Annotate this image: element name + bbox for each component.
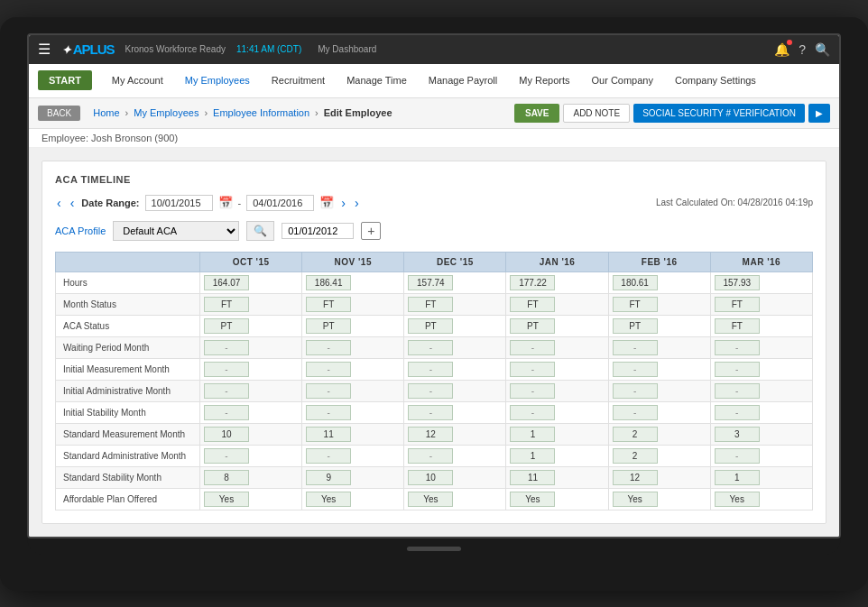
time-label: 11:41 AM (CDT) bbox=[236, 44, 301, 54]
hamburger-icon[interactable]: ☰ bbox=[38, 41, 51, 58]
date-to-input[interactable] bbox=[246, 195, 314, 211]
table-row: Waiting Period Month------ bbox=[56, 336, 813, 358]
breadcrumb-current: Edit Employee bbox=[324, 107, 392, 118]
cell-5-1: - bbox=[302, 380, 404, 401]
table-row: Month StatusFTFTFTFTFTFT bbox=[56, 293, 813, 315]
aca-profile-select[interactable]: Default ACA bbox=[113, 221, 239, 241]
cell-9-2: 10 bbox=[404, 466, 506, 488]
cell-2-0: PT bbox=[200, 315, 302, 336]
cell-1-5: FT bbox=[710, 293, 812, 315]
col-header-dec15: DEC '15 bbox=[404, 252, 506, 271]
next-small-arrow[interactable]: › bbox=[339, 194, 347, 212]
cell-0-4: 180.61 bbox=[608, 271, 710, 293]
cell-0-1: 186.41 bbox=[302, 271, 404, 293]
cell-1-0: FT bbox=[200, 293, 302, 315]
search-icon[interactable]: 🔍 bbox=[815, 42, 830, 57]
cell-5-0: - bbox=[200, 380, 302, 401]
notification-dot bbox=[787, 40, 792, 45]
more-button[interactable]: ▶ bbox=[808, 104, 830, 123]
cell-10-5: Yes bbox=[710, 488, 812, 510]
row-label-10: Affordable Plan Offered bbox=[56, 488, 200, 510]
table-row: Initial Stability Month------ bbox=[56, 401, 813, 423]
col-header-nov15: NOV '15 bbox=[302, 252, 404, 271]
nav-item-ourcompany[interactable]: Our Company bbox=[583, 63, 662, 97]
dashboard-link[interactable]: My Dashboard bbox=[318, 44, 376, 54]
nav-item-recruitment[interactable]: Recruitment bbox=[263, 63, 334, 97]
breadcrumb-sep3: › bbox=[315, 107, 319, 118]
add-note-button[interactable]: ADD NOTE bbox=[563, 104, 630, 123]
cell-6-4: - bbox=[608, 401, 710, 423]
help-icon[interactable]: ? bbox=[799, 42, 806, 57]
cell-6-3: - bbox=[506, 401, 608, 423]
nav-item-companysettings[interactable]: Company Settings bbox=[666, 63, 765, 97]
breadcrumb-sep2: › bbox=[204, 107, 208, 118]
cell-1-4: FT bbox=[608, 293, 710, 315]
section-title: ACA TIMELINE bbox=[55, 174, 813, 185]
table-row: Initial Measurement Month------ bbox=[56, 358, 813, 380]
start-button[interactable]: START bbox=[38, 70, 92, 90]
cell-10-3: Yes bbox=[506, 488, 608, 510]
nav-item-managepayroll[interactable]: Manage Payroll bbox=[420, 63, 506, 97]
breadcrumb-employees[interactable]: My Employees bbox=[134, 107, 199, 118]
cell-9-1: 9 bbox=[302, 466, 404, 488]
cell-1-2: FT bbox=[404, 293, 506, 315]
cell-10-0: Yes bbox=[200, 488, 302, 510]
row-label-0: Hours bbox=[56, 271, 200, 293]
cell-6-0: - bbox=[200, 401, 302, 423]
next-arrow[interactable]: › bbox=[353, 194, 361, 212]
cell-8-3: 1 bbox=[506, 445, 608, 466]
cell-7-5: 3 bbox=[710, 423, 812, 445]
table-row: Affordable Plan OfferedYesYesYesYesYesYe… bbox=[56, 488, 813, 510]
aca-profile-label[interactable]: ACA Profile bbox=[55, 225, 106, 236]
cell-9-0: 8 bbox=[200, 466, 302, 488]
cell-3-1: - bbox=[302, 336, 404, 358]
row-label-1: Month Status bbox=[56, 293, 200, 315]
nav-item-account[interactable]: My Account bbox=[103, 63, 172, 97]
table-row: ACA StatusPTPTPTPTPTFT bbox=[56, 315, 813, 336]
aca-search-button[interactable]: 🔍 bbox=[246, 221, 274, 241]
save-button[interactable]: SAVE bbox=[514, 104, 560, 123]
cell-1-3: FT bbox=[506, 293, 608, 315]
cell-7-2: 12 bbox=[404, 423, 506, 445]
cell-7-0: 10 bbox=[200, 423, 302, 445]
cell-6-5: - bbox=[710, 401, 812, 423]
back-button[interactable]: BACK bbox=[38, 106, 80, 121]
cell-8-5: - bbox=[710, 445, 812, 466]
prev-small-arrow[interactable]: ‹ bbox=[69, 194, 77, 212]
calendar-from-icon[interactable]: 📅 bbox=[218, 196, 233, 209]
cell-4-3: - bbox=[506, 358, 608, 380]
cell-3-0: - bbox=[200, 336, 302, 358]
cell-8-2: - bbox=[404, 445, 506, 466]
cell-6-1: - bbox=[302, 401, 404, 423]
ssn-verification-button[interactable]: SOCIAL SECURITY # VERIFICATION bbox=[633, 104, 805, 123]
col-header-jan16: JAN '16 bbox=[506, 252, 608, 271]
aca-date-input[interactable] bbox=[282, 223, 354, 239]
cell-4-4: - bbox=[608, 358, 710, 380]
cell-0-3: 177.22 bbox=[506, 271, 608, 293]
date-range-label: Date Range: bbox=[81, 198, 139, 208]
row-label-7: Standard Measurement Month bbox=[56, 423, 200, 445]
subtitle-label: Kronos Workforce Ready bbox=[125, 44, 226, 54]
cell-2-4: PT bbox=[608, 315, 710, 336]
calendar-to-icon[interactable]: 📅 bbox=[319, 196, 334, 209]
row-label-2: ACA Status bbox=[56, 315, 200, 336]
cell-3-2: - bbox=[404, 336, 506, 358]
date-from-input[interactable] bbox=[145, 195, 213, 211]
cell-8-1: - bbox=[302, 445, 404, 466]
nav-item-employees[interactable]: My Employees bbox=[176, 63, 259, 97]
cell-2-3: PT bbox=[506, 315, 608, 336]
cell-4-1: - bbox=[302, 358, 404, 380]
cell-1-1: FT bbox=[302, 293, 404, 315]
cell-10-4: Yes bbox=[608, 488, 710, 510]
cell-10-1: Yes bbox=[302, 488, 404, 510]
cell-2-5: FT bbox=[710, 315, 812, 336]
add-aca-button[interactable]: + bbox=[361, 222, 381, 240]
last-calculated-label: Last Calculated On: 04/28/2016 04:19p bbox=[656, 198, 813, 207]
nav-item-managetime[interactable]: Manage Time bbox=[337, 63, 416, 97]
cell-2-2: PT bbox=[404, 315, 506, 336]
breadcrumb-info[interactable]: Employee Information bbox=[213, 107, 309, 118]
notifications-icon[interactable]: 🔔 bbox=[774, 42, 790, 57]
prev-arrow[interactable]: ‹ bbox=[55, 194, 63, 212]
nav-item-myreports[interactable]: My Reports bbox=[510, 63, 578, 97]
breadcrumb-home[interactable]: Home bbox=[93, 107, 119, 118]
